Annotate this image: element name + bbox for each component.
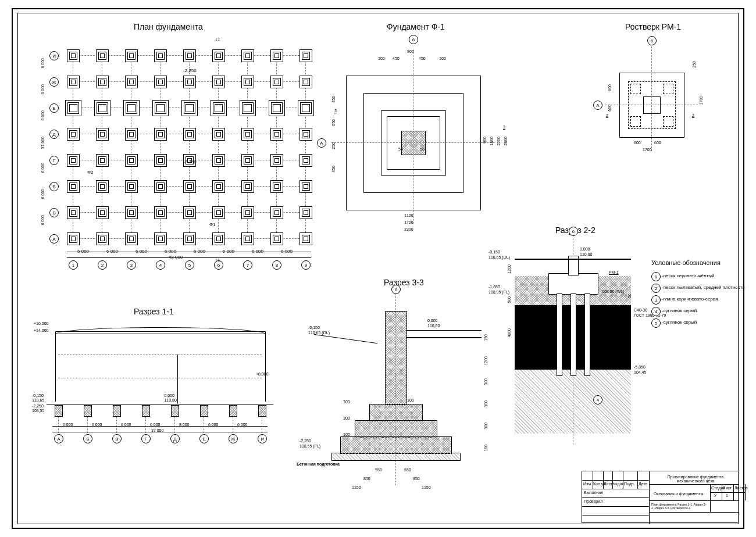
- dim: 300: [343, 416, 350, 420]
- drawing-sheet: План фундамента Фундамент Ф-1 Ростверк Р…: [0, 0, 756, 537]
- rm-label: РМ-1: [609, 270, 619, 274]
- step: [369, 404, 423, 421]
- tb-sheet: План фундамента, Разрез 1-1, Разрез 2-2,…: [651, 503, 707, 510]
- axis-bubble: И: [258, 434, 267, 443]
- cut-mark: 3: [503, 125, 505, 129]
- dim: 600: [634, 141, 641, 145]
- dim: 300: [343, 400, 350, 404]
- cut-mark: 2: [692, 113, 694, 117]
- footing-symbol: [183, 49, 196, 62]
- dim: 900: [483, 137, 487, 144]
- dim: 250: [692, 61, 696, 68]
- tb-hdr: Лист: [604, 482, 612, 486]
- level: 110,65: [32, 398, 44, 402]
- dim: 2800: [504, 137, 508, 146]
- dim: 1700: [643, 148, 652, 152]
- footing-symbol: [67, 128, 80, 141]
- grid-bubble: 7: [243, 260, 252, 270]
- footing-symbol: [270, 128, 283, 141]
- legend-num: 2: [651, 284, 661, 293]
- title-f1: Фундамент Ф-1: [387, 22, 445, 31]
- dim: 100: [439, 56, 446, 60]
- dim: 6 000: [41, 189, 45, 199]
- footing-symbol: [270, 76, 283, 88]
- footing-symbol: [299, 154, 312, 167]
- dim: 1700: [699, 96, 703, 105]
- elev-note: -2,250: [183, 68, 197, 73]
- grid-bubble: 9: [301, 260, 311, 270]
- tb-val: У: [714, 493, 716, 497]
- level: 108,55: [32, 409, 44, 413]
- level: 110,80: [580, 252, 592, 256]
- legend-ref: 4: [593, 395, 602, 404]
- dim: 6 000: [41, 84, 45, 95]
- blinding: [331, 453, 461, 461]
- footing-symbol: [96, 206, 109, 219]
- dim: 450: [331, 96, 336, 103]
- footing: [258, 405, 266, 417]
- footing-symbol: [183, 206, 196, 219]
- level: 0,000: [427, 318, 438, 323]
- dim: 150: [484, 334, 488, 341]
- layer-4: [515, 369, 631, 434]
- dim: 6 000: [41, 58, 45, 69]
- footing-symbol: [299, 206, 312, 219]
- dim: 100: [484, 445, 488, 452]
- footing-symbol: [154, 128, 167, 141]
- dim: 600: [608, 105, 612, 112]
- grid-bubble: 1: [69, 260, 78, 270]
- grid-bubble: 2: [98, 260, 107, 270]
- dim: 100: [343, 432, 350, 436]
- axis-bubble: 6: [647, 36, 657, 45]
- axis-bubble: 6: [569, 227, 578, 236]
- legend-text: -песок пылеватый, средней плотности: [662, 285, 745, 290]
- level: 110,80: [427, 324, 440, 328]
- dim: 37 000: [41, 137, 45, 149]
- pile: [663, 84, 673, 94]
- rm1-col: [643, 96, 661, 114]
- dim: 6 000: [41, 215, 45, 225]
- pile: [630, 84, 641, 94]
- level: -5,850: [634, 365, 646, 369]
- footing-symbol: [125, 232, 138, 245]
- grid-bubble: Ж: [49, 77, 59, 87]
- tb-col: Лист: [723, 486, 732, 490]
- dim: 850: [363, 477, 370, 481]
- tb-hdr: Изм.: [583, 482, 592, 486]
- footing-symbol: [96, 232, 109, 245]
- footing-symbol: [240, 100, 256, 116]
- footing: [229, 405, 237, 417]
- footing-symbol: [65, 100, 81, 116]
- axis-bubble: Ж: [229, 434, 238, 443]
- legend-num: 1: [651, 272, 661, 281]
- footing-symbol: [241, 206, 254, 219]
- axis-bubble: А: [317, 138, 326, 148]
- axis-bubble: 6: [391, 285, 401, 294]
- level: -1,850: [488, 285, 500, 289]
- grid-bubble: 3: [127, 260, 136, 270]
- dim: 600: [608, 84, 612, 91]
- axis-bubble: В: [112, 434, 122, 443]
- level: 108,95 (FL): [488, 290, 509, 294]
- legend-num: 4: [651, 307, 661, 316]
- level: -2,250: [299, 439, 311, 443]
- dim: 1100: [404, 213, 413, 217]
- dim: 450: [331, 166, 336, 173]
- grid-bubble: 8: [272, 260, 281, 270]
- gost-label: ГОСТ 19804.1-79: [634, 313, 666, 317]
- title-s11: Разрез 1-1: [134, 307, 174, 316]
- footing-symbol: [241, 232, 254, 245]
- footing-symbol: [125, 76, 138, 88]
- dim: 600: [654, 141, 661, 145]
- level: -0,150: [488, 250, 500, 254]
- grid-bubble: И: [49, 51, 59, 60]
- tb-val: 1: [726, 493, 728, 497]
- dim: 4000: [507, 328, 511, 338]
- footing-symbol: [299, 76, 312, 88]
- pile: [630, 116, 641, 127]
- level: 104,45: [634, 370, 646, 374]
- label-f1: Ф1: [209, 222, 216, 227]
- axis-bubble: А: [593, 101, 602, 110]
- footing-symbol: [96, 128, 109, 141]
- footing-symbol: [299, 49, 312, 62]
